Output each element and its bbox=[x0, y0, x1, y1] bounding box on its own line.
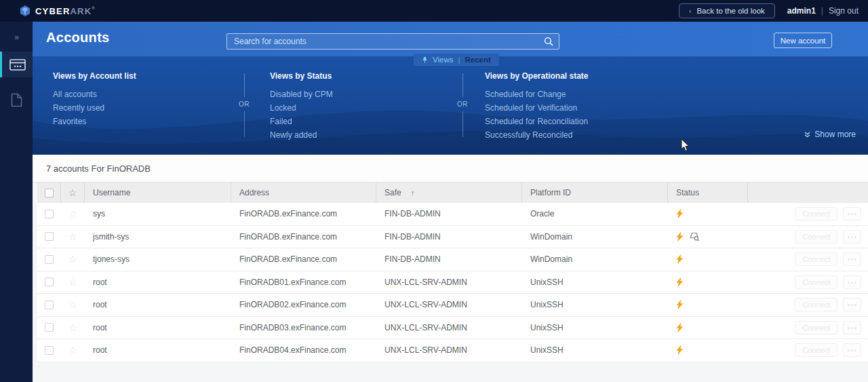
column-header-status[interactable]: Status bbox=[668, 183, 748, 203]
safe-cell: UNX-LCL-SRV-ADMIN bbox=[376, 294, 522, 316]
favorite-star-icon[interactable]: ☆ bbox=[68, 345, 77, 355]
row-checkbox[interactable] bbox=[45, 278, 54, 286]
tab-recent[interactable]: Recent bbox=[465, 56, 490, 64]
new-account-button[interactable]: New account bbox=[774, 33, 832, 48]
view-filter-item[interactable]: Scheduled for Change bbox=[485, 88, 589, 101]
favorite-star-icon[interactable]: ☆ bbox=[68, 254, 77, 264]
lightning-status-icon bbox=[676, 278, 684, 287]
more-actions-button[interactable]: ••• bbox=[843, 207, 861, 221]
status-cell bbox=[668, 203, 748, 225]
more-actions-button[interactable]: ••• bbox=[843, 252, 861, 266]
address-cell: FinORADB03.exFinance.com bbox=[231, 317, 376, 339]
search-icon[interactable] bbox=[544, 37, 553, 46]
table-row[interactable]: ☆jsmith-sysFinORADB.exFinance.comFIN-DB-… bbox=[37, 226, 868, 249]
row-favorite-cell: ☆ bbox=[61, 339, 85, 362]
safe-cell: FIN-DB-ADMIN bbox=[376, 203, 522, 225]
column-header-actions bbox=[748, 183, 868, 203]
row-checkbox[interactable] bbox=[45, 255, 54, 264]
select-all-checkbox[interactable] bbox=[45, 189, 54, 197]
view-filter-item[interactable]: Scheduled for Reconciliation bbox=[485, 115, 589, 128]
connect-button[interactable]: Connect bbox=[795, 298, 837, 311]
connect-button[interactable]: Connect bbox=[795, 230, 837, 244]
view-filter-item[interactable]: Newly added bbox=[270, 128, 333, 142]
username-cell: sys bbox=[85, 203, 231, 225]
connect-button[interactable]: Connect bbox=[795, 275, 837, 289]
star-icon[interactable]: ☆ bbox=[68, 188, 77, 197]
select-all-cell bbox=[37, 183, 61, 203]
safe-cell: UNX-LCL-SRV-ADMIN bbox=[376, 339, 522, 362]
connect-button[interactable]: Connect bbox=[795, 252, 837, 266]
view-filter-item[interactable]: Successfully Reconciled bbox=[485, 128, 589, 142]
views-column-heading: Views by Status bbox=[270, 71, 333, 81]
back-to-old-look-button[interactable]: ‹ Back to the old look bbox=[679, 3, 775, 18]
connect-button[interactable]: Connect bbox=[795, 343, 837, 357]
view-filter-item[interactable]: Disabled by CPM bbox=[270, 88, 333, 101]
table-row[interactable]: ☆sysFinORADB.exFinance.comFIN-DB-ADMINOr… bbox=[37, 203, 868, 226]
view-filter-item[interactable]: Scheduled for Verification bbox=[485, 101, 589, 115]
column-header-platform[interactable]: Platform ID bbox=[522, 183, 668, 203]
row-favorite-cell: ☆ bbox=[61, 248, 85, 271]
row-checkbox[interactable] bbox=[45, 232, 54, 241]
favorite-star-icon[interactable]: ☆ bbox=[68, 278, 77, 287]
row-actions-cell: Connect••• bbox=[748, 339, 868, 362]
sidebar-item-reports[interactable] bbox=[0, 87, 33, 113]
favorite-header-cell: ☆ bbox=[61, 183, 85, 203]
table-row[interactable]: ☆rootFinORADB03.exFinance.comUNX-LCL-SRV… bbox=[37, 317, 868, 340]
favorite-star-icon[interactable]: ☆ bbox=[68, 300, 77, 309]
row-checkbox[interactable] bbox=[45, 301, 54, 309]
view-filter-item[interactable]: Failed bbox=[270, 115, 333, 128]
connect-button[interactable]: Connect bbox=[795, 207, 837, 221]
sidebar-expand-button[interactable]: » bbox=[0, 27, 33, 47]
row-favorite-cell: ☆ bbox=[61, 203, 85, 225]
table-row[interactable]: ☆rootFinORADB01.exFinance.comUNX-LCL-SRV… bbox=[37, 271, 868, 294]
views-item-list: All accountsRecently usedFavorites bbox=[53, 88, 136, 128]
favorite-star-icon[interactable]: ☆ bbox=[68, 209, 77, 218]
favorite-star-icon[interactable]: ☆ bbox=[68, 323, 77, 332]
or-divider: OR bbox=[236, 73, 252, 137]
row-actions-cell: Connect••• bbox=[748, 294, 868, 316]
row-favorite-cell: ☆ bbox=[61, 271, 85, 294]
search-bar bbox=[226, 33, 559, 50]
table-row[interactable]: ☆tjones-sysFinORADB.exFinance.comFIN-DB-… bbox=[37, 248, 868, 271]
row-checkbox[interactable] bbox=[45, 323, 54, 332]
sign-out-link[interactable]: Sign out bbox=[829, 6, 859, 16]
tab-views[interactable]: Views bbox=[433, 56, 453, 64]
lightning-status-icon bbox=[676, 323, 684, 332]
safe-cell: FIN-DB-ADMIN bbox=[376, 248, 522, 271]
more-actions-button[interactable]: ••• bbox=[843, 275, 861, 289]
view-filter-item[interactable]: Locked bbox=[270, 101, 333, 115]
column-header-username[interactable]: Username bbox=[85, 183, 231, 203]
view-filter-item[interactable]: Favorites bbox=[53, 115, 136, 128]
column-header-address[interactable]: Address bbox=[231, 183, 376, 203]
view-filter-item[interactable]: Recently used bbox=[53, 101, 136, 115]
address-cell: FinORADB.exFinance.com bbox=[231, 248, 376, 271]
row-checkbox[interactable] bbox=[45, 210, 54, 218]
more-actions-button[interactable]: ••• bbox=[843, 230, 861, 244]
table-row[interactable]: ☆rootFinORADB02.exFinance.comUNX-LCL-SRV… bbox=[37, 294, 868, 317]
more-actions-button[interactable]: ••• bbox=[843, 343, 861, 357]
or-label: OR bbox=[239, 100, 250, 108]
sidebar-item-accounts[interactable] bbox=[0, 52, 33, 77]
document-icon bbox=[11, 93, 22, 107]
search-input[interactable] bbox=[227, 37, 544, 46]
safe-cell: FIN-DB-ADMIN bbox=[376, 226, 522, 248]
connect-button[interactable]: Connect bbox=[795, 321, 837, 335]
safe-cell: UNX-LCL-SRV-ADMIN bbox=[376, 317, 522, 339]
cyberark-logo-icon bbox=[19, 5, 31, 17]
show-more-button[interactable]: Show more bbox=[804, 130, 856, 139]
view-filter-item[interactable]: All accounts bbox=[53, 88, 136, 101]
accounts-count-summary: 7 accounts For FinORADB bbox=[46, 164, 151, 174]
table-row[interactable]: ☆rootFinORADB04.exFinance.comUNX-LCL-SRV… bbox=[37, 339, 868, 362]
chevron-left-icon: ‹ bbox=[689, 7, 691, 15]
more-actions-button[interactable]: ••• bbox=[843, 321, 861, 335]
lightning-status-icon bbox=[676, 345, 684, 355]
favorite-star-icon[interactable]: ☆ bbox=[68, 232, 77, 242]
row-favorite-cell: ☆ bbox=[61, 317, 85, 339]
more-actions-button[interactable]: ••• bbox=[843, 298, 861, 311]
lightning-status-icon bbox=[676, 232, 684, 242]
double-chevron-down-icon bbox=[804, 132, 810, 138]
row-actions-cell: Connect••• bbox=[748, 317, 868, 339]
row-actions-cell: Connect••• bbox=[748, 203, 868, 225]
column-header-safe[interactable]: Safe↑ bbox=[376, 183, 522, 203]
row-checkbox[interactable] bbox=[45, 346, 54, 355]
